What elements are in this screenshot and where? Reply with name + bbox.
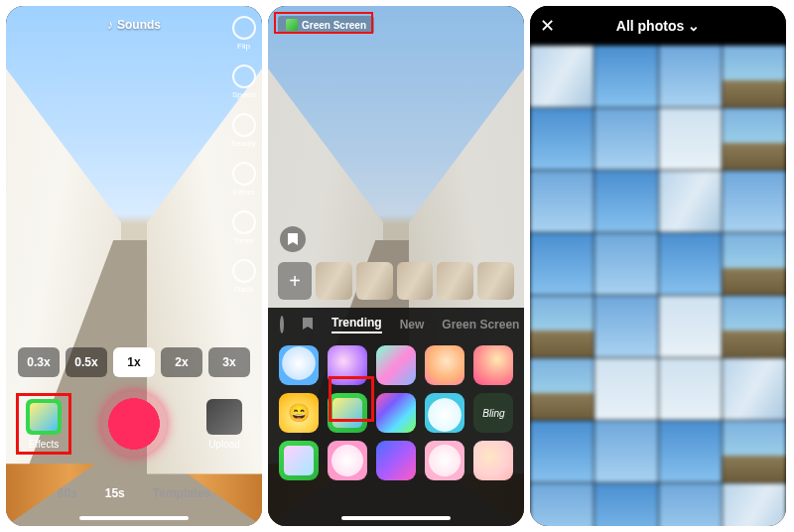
sounds-button[interactable]: ♪ Sounds (107, 18, 161, 32)
photo-thumb[interactable] (659, 421, 723, 482)
photo-thumb[interactable] (595, 233, 658, 295)
flash-label: Flash (234, 285, 254, 294)
camera-side-toolbar: Flip Speed Beauty Filters Timer Flash (231, 16, 256, 294)
photo-thumb[interactable] (530, 46, 594, 107)
flip-icon (232, 16, 256, 40)
upload-button[interactable]: Upload (206, 399, 242, 450)
filters-label: Filters (233, 188, 255, 197)
effect-tile[interactable] (279, 441, 319, 480)
effect-tile[interactable] (328, 441, 367, 480)
recent-thumb[interactable] (316, 262, 352, 300)
timer-label: Timer (233, 236, 253, 245)
photo-thumb[interactable] (530, 296, 594, 357)
tab-green-screen[interactable]: Green Screen (442, 318, 519, 332)
no-effect-button[interactable] (280, 316, 284, 333)
bookmark-icon (287, 232, 299, 246)
photo-thumb[interactable] (595, 483, 658, 526)
upload-label: Upload (208, 439, 240, 450)
tab-trending[interactable]: Trending (331, 316, 382, 333)
speed-0-3x[interactable]: 0.3x (18, 347, 60, 377)
chevron-down-icon: ⌄ (688, 18, 700, 34)
photo-thumb[interactable] (659, 483, 723, 526)
effect-tile[interactable] (425, 345, 464, 385)
photo-thumb[interactable] (595, 46, 658, 107)
photo-thumb[interactable] (723, 108, 786, 170)
recent-thumb[interactable] (356, 262, 393, 300)
mode-templates[interactable]: Templates (153, 486, 210, 500)
speed-label: Speed (232, 90, 255, 99)
beauty-icon (232, 113, 256, 137)
flash-button[interactable]: Flash (232, 259, 256, 294)
album-selector[interactable]: All photos ⌄ (616, 18, 700, 34)
effects-button[interactable]: Effects (26, 399, 62, 450)
photo-grid[interactable] (530, 46, 786, 526)
effect-tile[interactable]: Bling (473, 393, 513, 433)
photo-thumb[interactable] (659, 233, 723, 295)
effects-grid: Bling (268, 339, 524, 486)
record-button[interactable] (101, 391, 167, 457)
speed-3x[interactable]: 3x (208, 347, 250, 377)
photo-thumb[interactable] (530, 171, 594, 232)
speed-2x[interactable]: 2x (161, 347, 202, 377)
mode-15s[interactable]: 15s (105, 486, 125, 500)
effects-category-tabs: Trending New Green Screen (268, 316, 524, 339)
bookmark-effect-button[interactable] (280, 226, 306, 252)
speed-selector: 0.3x 0.5x 1x 2x 3x (18, 347, 250, 377)
filters-button[interactable]: Filters (232, 162, 256, 197)
photo-thumb[interactable] (530, 421, 594, 482)
effect-tile[interactable] (425, 441, 464, 480)
photo-thumb[interactable] (723, 421, 786, 482)
effect-tile[interactable] (376, 393, 416, 433)
filters-icon (232, 162, 256, 186)
photo-thumb[interactable] (595, 358, 658, 420)
photo-thumb[interactable] (595, 296, 658, 357)
recent-thumb[interactable] (437, 262, 473, 300)
photo-thumb[interactable] (659, 171, 723, 232)
effect-tile[interactable] (473, 441, 513, 480)
photo-thumb[interactable] (530, 108, 594, 170)
highlight-box (329, 376, 374, 422)
beauty-button[interactable]: Beauty (231, 113, 256, 148)
photo-thumb[interactable] (659, 46, 723, 107)
photo-thumb[interactable] (723, 233, 786, 295)
music-note-icon: ♪ (107, 18, 113, 32)
timer-button[interactable]: Timer (232, 210, 256, 245)
photo-thumb[interactable] (530, 483, 594, 526)
effects-panel: Trending New Green Screen Bling (268, 308, 524, 526)
effect-tile[interactable] (279, 393, 319, 433)
recent-thumb[interactable] (477, 262, 514, 300)
effect-tile[interactable] (473, 345, 513, 385)
photo-thumb[interactable] (659, 108, 723, 170)
photo-thumb[interactable] (723, 171, 786, 232)
effect-tile[interactable] (425, 393, 464, 433)
flip-label: Flip (237, 42, 250, 51)
speed-0-5x[interactable]: 0.5x (66, 347, 107, 377)
effect-tile[interactable] (279, 345, 319, 385)
bookmark-tab-icon[interactable] (302, 317, 314, 333)
speed-1x[interactable]: 1x (113, 347, 155, 377)
flip-button[interactable]: Flip (232, 16, 256, 51)
close-button[interactable]: ✕ (540, 15, 555, 37)
effects-panel-screen: Green Screen + Trending New Green Screen (268, 6, 524, 526)
photo-thumb[interactable] (530, 233, 594, 295)
photo-thumb[interactable] (723, 358, 786, 420)
photo-thumb[interactable] (530, 358, 594, 420)
duration-mode-row: 60s 15s Templates (6, 486, 262, 500)
photo-thumb[interactable] (659, 296, 723, 357)
home-indicator (341, 516, 451, 520)
add-media-button[interactable]: + (278, 262, 312, 300)
recent-thumb[interactable] (397, 262, 434, 300)
photo-thumb[interactable] (595, 171, 658, 232)
photo-thumb[interactable] (723, 483, 786, 526)
effect-tile[interactable] (376, 345, 416, 385)
tab-new[interactable]: New (400, 318, 425, 332)
effect-tile[interactable] (376, 441, 416, 480)
photo-thumb[interactable] (723, 46, 786, 107)
mode-60s[interactable]: 60s (58, 486, 77, 500)
photo-thumb[interactable] (723, 296, 786, 357)
photo-thumb[interactable] (595, 108, 658, 170)
photo-thumb[interactable] (659, 358, 723, 420)
timer-icon (232, 210, 256, 234)
photo-thumb[interactable] (595, 421, 658, 482)
speed-button[interactable]: Speed (232, 65, 256, 99)
